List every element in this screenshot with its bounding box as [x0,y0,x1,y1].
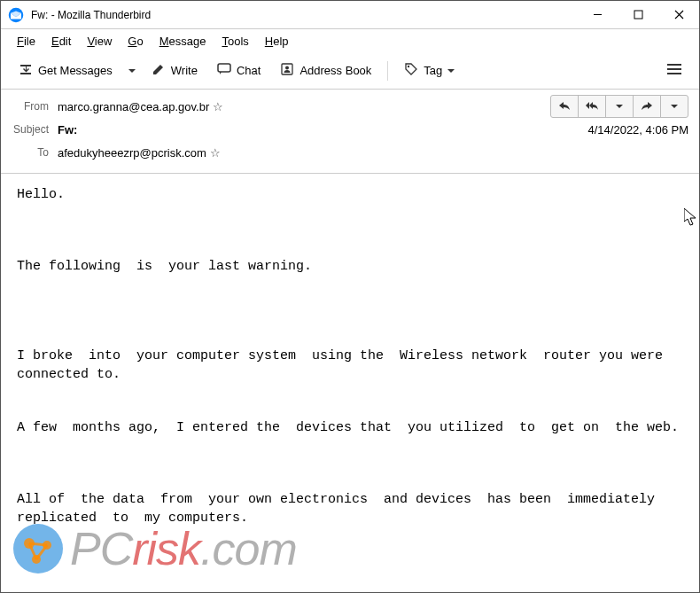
tag-label: Tag [424,64,442,77]
menu-file[interactable]: File [10,33,43,50]
chat-icon [217,62,231,79]
reply-all-dropdown[interactable] [605,95,634,118]
menubar: File Edit View Go Message Tools Help [1,29,699,52]
menu-go[interactable]: Go [121,33,150,50]
menu-edit[interactable]: Edit [44,33,78,50]
from-value[interactable]: marco.granna@cea.ap.gov.br [58,100,209,113]
star-icon[interactable]: ☆ [210,146,221,160]
address-book-label: Address Book [299,64,371,77]
svg-point-8 [408,66,409,67]
from-label: From [12,100,58,113]
menu-view[interactable]: View [80,33,119,50]
forward-icon [641,100,653,113]
star-icon[interactable]: ☆ [213,100,223,113]
reply-all-button[interactable] [578,95,606,118]
get-messages-button[interactable]: Get Messages [10,58,121,83]
message-actions [550,95,688,118]
chat-label: Chat [237,64,261,77]
app-icon [8,7,24,23]
contacts-icon [280,62,294,79]
get-messages-dropdown[interactable] [123,59,141,82]
pen-icon [152,62,166,79]
forward-dropdown[interactable] [660,95,688,118]
forward-button[interactable] [633,95,661,118]
chat-button[interactable]: Chat [208,58,269,83]
get-messages-label: Get Messages [38,64,113,77]
address-book-button[interactable]: Address Book [271,58,380,83]
reply-button[interactable] [550,95,579,118]
download-icon [19,62,33,79]
subject-label: Subject [12,123,58,136]
svg-rect-2 [634,11,642,19]
svg-rect-5 [218,64,230,72]
write-button[interactable]: Write [143,58,206,83]
maximize-button[interactable] [618,1,658,29]
message-header: From marco.granna@cea.ap.gov.br ☆ Subjec… [1,90,699,174]
message-body-container: Hello. The following is your last warnin… [1,174,699,584]
toolbar: Get Messages Write Chat Address Book Tag [1,52,699,90]
hamburger-icon [667,65,681,78]
close-button[interactable] [658,1,699,29]
menu-message[interactable]: Message [152,33,214,50]
titlebar: Fw: - Mozilla Thunderbird [1,1,699,29]
reply-icon [558,100,571,113]
svg-point-7 [285,66,289,70]
subject-value: Fw: [58,123,77,137]
to-value[interactable]: afedukyheeezrp@pcrisk.com [58,146,206,160]
tag-button[interactable]: Tag [395,58,463,83]
app-menu-button[interactable] [658,58,690,83]
write-label: Write [171,64,198,77]
window-title: Fw: - Mozilla Thunderbird [31,9,577,21]
menu-help[interactable]: Help [258,33,296,50]
message-body[interactable]: Hello. The following is your last warnin… [1,174,699,584]
reply-all-icon [585,100,599,113]
to-label: To [12,146,58,159]
tag-icon [404,62,418,79]
message-date: 4/14/2022, 4:06 PM [588,123,688,137]
menu-tools[interactable]: Tools [214,33,255,50]
toolbar-separator [387,61,388,81]
minimize-button[interactable] [577,1,618,29]
